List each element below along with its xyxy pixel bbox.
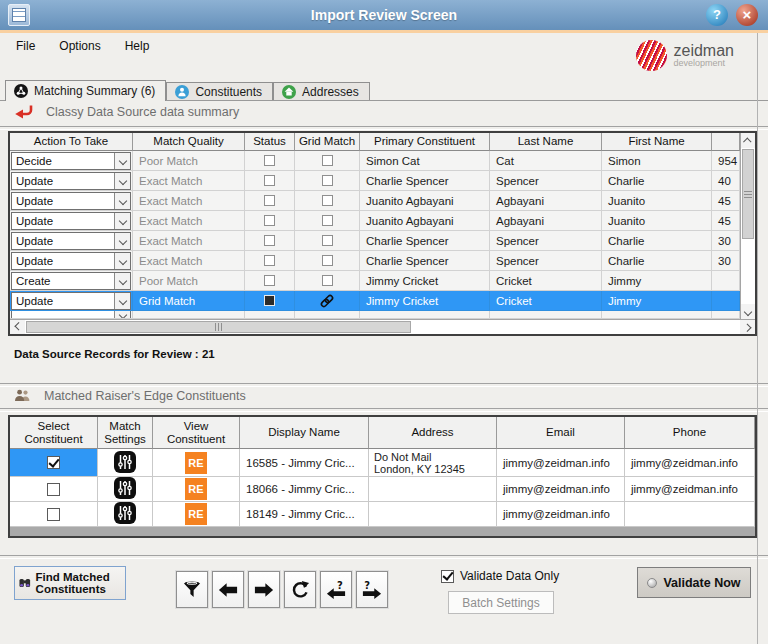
status-checkbox[interactable] [264,175,275,186]
find-matched-constituents-button[interactable]: Find Matched Constituents [14,566,126,600]
menu-file[interactable]: File [4,35,47,57]
scroll-right-button[interactable] [740,320,755,334]
source-grid-row[interactable]: UpdateExact MatchCharlie SpencerSpencerC… [10,171,740,191]
match-settings-button[interactable] [114,451,136,475]
tab-matching-summary[interactable]: Matching Summary (6) [5,80,166,101]
help-button[interactable]: ? [706,4,728,26]
batch-settings-button[interactable]: Batch Settings [448,591,554,614]
previous-record-button[interactable] [212,571,244,608]
status-checkbox[interactable] [264,275,275,286]
dropdown-arrow-icon[interactable] [114,273,130,289]
source-grid-row[interactable]: UpdateExact MatchCharlie SpencerSpencerC… [10,231,740,251]
record-id-cell: 45 [712,191,740,211]
grid-match-checkbox[interactable] [322,235,333,246]
horizontal-scroll-thumb[interactable] [26,321,411,333]
last-name-cell: Cricket [490,271,602,291]
record-id-cell: 30 [712,251,740,271]
last-name-cell: Cricket [490,291,602,311]
source-grid-row[interactable]: UpdateExact MatchJuanito AgbayaniAgbayan… [10,191,740,211]
matched-grid-row[interactable]: RE18066 - Jimmy Cric...jimmy@zeidman.inf… [10,477,755,502]
grid-match-checkbox[interactable] [322,155,333,166]
tab-addresses[interactable]: Addresses [273,82,370,100]
dropdown-arrow-icon[interactable] [114,293,130,309]
grid-match-checkbox[interactable] [322,175,333,186]
next-record-button[interactable] [248,571,280,608]
source-grid-row[interactable]: DecidePoor MatchSimon CatCatSimon954 [10,151,740,171]
title-bar: Import Review Screen ? × [0,0,768,30]
dropdown-arrow-icon[interactable] [114,173,130,189]
next-undecided-button[interactable]: ? [356,571,388,608]
scroll-left-button[interactable] [10,320,25,334]
column-header-match-settings: Match Settings [98,417,153,449]
grid-match-checkbox[interactable] [322,255,333,266]
first-name-cell: Jimmy [602,291,712,311]
action-dropdown[interactable]: Update [11,232,131,250]
matched-grid-row[interactable]: RE16585 - Jimmy Cric...Do Not MailLondon… [10,449,755,477]
action-dropdown[interactable]: Update [11,172,131,190]
action-to-take-cell: Decide [10,151,133,171]
action-dropdown[interactable]: Update [11,252,131,270]
match-quality-cell: Poor Match [133,151,245,171]
filter-button[interactable] [176,571,208,608]
source-grid-row[interactable]: UpdateExact MatchCharlie SpencerSpencerC… [10,251,740,271]
refresh-button[interactable] [284,571,316,608]
status-cell [245,271,295,291]
status-checkbox[interactable] [264,255,275,266]
status-checkbox[interactable] [264,295,275,306]
action-dropdown[interactable]: Decide [11,152,131,170]
grid-match-checkbox[interactable] [322,215,333,226]
action-dropdown[interactable]: Update [11,192,131,210]
logo-title: zeidman [674,43,734,58]
grid-match-cell [295,231,360,251]
match-settings-button[interactable] [114,477,136,501]
grid-match-checkbox[interactable] [322,195,333,206]
validate-now-button[interactable]: Validate Now [637,567,751,598]
horizontal-scrollbar[interactable] [10,319,755,334]
previous-undecided-button[interactable]: ? [320,571,352,608]
scroll-up-button[interactable] [741,133,755,148]
action-dropdown[interactable]: Update [11,292,131,310]
arrow-left-icon [218,580,238,600]
separator [0,383,768,387]
view-constituent-re-button[interactable]: RE [185,503,207,525]
status-checkbox[interactable] [264,195,275,206]
action-dropdown[interactable]: Create [11,272,131,290]
source-grid-row[interactable]: CreatePoor MatchJimmy CricketCricketJimm… [10,271,740,291]
dropdown-arrow-icon[interactable] [114,233,130,249]
dropdown-arrow-icon[interactable] [114,253,130,269]
menu-options[interactable]: Options [47,35,112,57]
find-matched-label: Find Matched Constituents [36,571,121,595]
status-checkbox[interactable] [264,235,275,246]
tab-constituents[interactable]: Constituents [166,82,273,100]
matched-grid-row[interactable]: RE18149 - Jimmy Cric...jimmy@zeidman.inf… [10,502,755,527]
dropdown-arrow-icon[interactable] [114,153,130,169]
action-dropdown[interactable] [11,311,131,319]
action-dropdown-value: Update [12,215,114,227]
select-constituent-checkbox[interactable] [47,508,60,521]
dropdown-arrow-icon[interactable] [114,213,130,229]
column-header-select-constituent: Select Constituent [10,417,98,449]
match-settings-button[interactable] [114,502,136,526]
select-constituent-checkbox[interactable] [47,483,60,496]
view-constituent-re-button[interactable]: RE [185,478,207,500]
status-checkbox[interactable] [264,155,275,166]
grid-match-checkbox[interactable] [322,275,333,286]
close-button[interactable]: × [736,4,758,26]
action-dropdown-value: Update [12,235,114,247]
validate-data-only-checkbox[interactable] [441,570,454,583]
action-dropdown[interactable]: Update [11,212,131,230]
scroll-down-button[interactable] [741,304,755,319]
people-icon [14,389,32,403]
select-constituent-checkbox[interactable] [47,456,60,469]
source-grid-row[interactable]: UpdateExact MatchJuanito AgbayaniAgbayan… [10,211,740,231]
view-constituent-re-button[interactable]: RE [185,452,207,474]
dropdown-arrow-icon[interactable] [114,193,130,209]
vertical-scrollbar[interactable] [740,133,755,319]
svg-text:?: ? [364,580,370,591]
status-checkbox[interactable] [264,215,275,226]
action-to-take-cell: Update [10,291,133,311]
menu-help[interactable]: Help [113,35,162,57]
vertical-scroll-thumb[interactable] [742,149,754,239]
source-grid-row[interactable]: UpdateGrid MatchJimmy CricketCricketJimm… [10,291,740,311]
column-header-blank [712,133,740,151]
